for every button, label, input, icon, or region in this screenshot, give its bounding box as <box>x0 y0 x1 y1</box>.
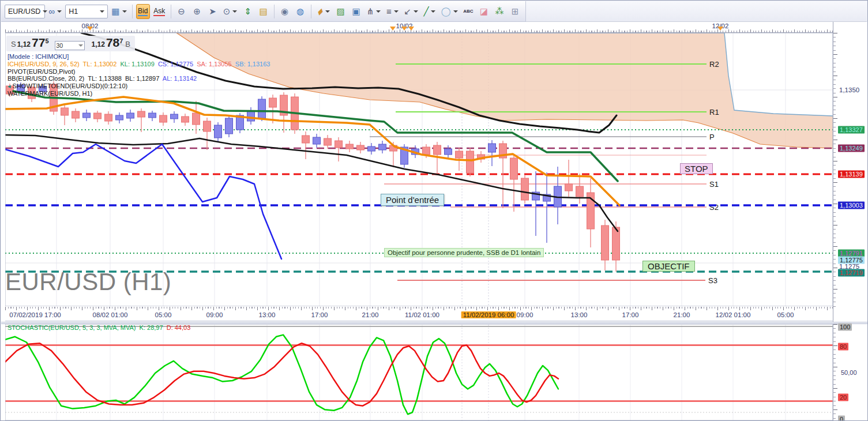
indicator-text: [Modele : ICHIMOKU] <box>7 53 69 60</box>
symbol-select[interactable]: EUR/USD <box>5 5 45 18</box>
ask-big-figures: 78 <box>106 37 119 48</box>
object-tree-button[interactable]: ⁂ <box>493 4 506 19</box>
chart-type-button-dropdown-arrow <box>122 10 127 15</box>
indicator-text: CS: 1,12775 <box>155 61 193 67</box>
zoom-out-button[interactable]: ⊖ <box>175 4 189 19</box>
watchlist-icon-button[interactable]: ∞ <box>47 4 63 19</box>
time-axis-label: 17:00 <box>311 311 328 318</box>
bid-ask-quote-box: S 1,12 77 5 30 1,12 78 7 B <box>6 36 135 51</box>
pitchfork-button-icon: ⋔ <box>367 6 374 17</box>
ruler-button[interactable]: ▰ <box>314 4 332 19</box>
pivot-label: S1 <box>709 180 719 189</box>
trendline-button-dropdown-arrow <box>431 10 435 15</box>
note-button[interactable]: ▤ <box>257 4 270 19</box>
timeframe-select-dropdown-arrow <box>100 10 104 15</box>
stochastic-chart[interactable] <box>5 324 833 421</box>
spread-value: 30 <box>57 42 63 49</box>
time-axis-label: 09:00 <box>517 311 533 318</box>
stop-annotation[interactable]: STOP <box>680 163 713 174</box>
top-date-axis[interactable]: 08/0210/0212/02 <box>5 22 833 33</box>
symbol-select-value: EUR/USD <box>8 7 40 16</box>
time-axis-label: 17:00 <box>622 311 639 318</box>
stochastic-d-line <box>5 343 558 406</box>
ellipse-button[interactable]: ◯ <box>439 4 460 19</box>
time-axis-label: 13:00 <box>571 311 588 318</box>
ask-button[interactable]: Ask <box>152 4 167 19</box>
fit-vertical-button[interactable]: ⇕ <box>241 4 255 19</box>
indicator-line: [Modele : ICHIMOKU] <box>7 53 270 61</box>
indicator-line: PIVOT(EUR/USD,Pivot) <box>7 68 270 76</box>
watchlist-icon-button-dropdown-arrow <box>57 10 62 15</box>
ask-button-icon: Ask <box>153 7 165 16</box>
bid-button[interactable]: Bid <box>136 4 150 19</box>
indicator-line: BB(EUR/USD.Close, 20, 2) TL: 1,13388 BL:… <box>7 75 270 82</box>
pointer-button[interactable]: ➤ <box>206 4 220 19</box>
stochastic-label-text: STOCHASTIC(EUR/USD, 5, 3, 3, MVA, MVA) <box>7 324 136 331</box>
objective-note-annotation[interactable]: Objectif pour personne prudente, SSB de … <box>384 248 544 257</box>
screenshot-button[interactable]: ▣ <box>350 4 363 19</box>
parallel-lines-button[interactable]: ≡ <box>385 4 400 19</box>
indicator-text: SA: 1,13055 <box>193 61 232 67</box>
price-badge: 1,12775 <box>838 257 865 264</box>
sell-label: S <box>11 40 16 48</box>
entry-point-annotation[interactable]: Point d'entrée <box>381 194 444 206</box>
zoom-out-button-icon: ⊖ <box>178 6 185 17</box>
text-label-button-icon: ABC <box>463 9 473 14</box>
ask-integer: 1,12 <box>92 40 105 48</box>
toolbar-separator <box>311 5 311 18</box>
toolbar-separator <box>132 5 133 18</box>
price-axis-ticks <box>833 33 837 307</box>
eraser-button[interactable]: ◪ <box>477 4 491 19</box>
time-axis-label: 12/02 01:00 <box>716 311 751 318</box>
price-badge: 1,13139 <box>838 171 865 178</box>
toolbar-separator <box>274 5 275 18</box>
fibonacci-button-dropdown-arrow <box>414 10 418 15</box>
timeframe-select-value: H1 <box>69 7 78 16</box>
chart-type-button-icon: ▦ <box>111 6 119 17</box>
indicator-line: WATERMARK(EUR/USD, H1) <box>7 90 270 97</box>
indicator-text: TL: 1,13002 <box>80 61 117 67</box>
trendline-button[interactable]: ╱ <box>422 4 438 19</box>
visibility-button[interactable]: ◉ <box>278 4 292 19</box>
indicator-text: BB(EUR/USD.Close, 20, 2) TL: 1,13388 BL:… <box>7 75 159 82</box>
bid-big-figures: 77 <box>32 37 45 48</box>
image-button[interactable]: ▨ <box>334 4 348 19</box>
bottom-time-axis[interactable]: 07/02/2019 17:0008/02 01:0005:0009:0013:… <box>5 307 833 321</box>
stochastic-axis-ticks <box>833 324 837 421</box>
indicator-text: SHOWTIMETOEND(EUR/USD)(0:12:10) <box>13 82 128 89</box>
ichimoku-cloud <box>176 33 833 148</box>
screenshot-button-icon: ▣ <box>352 6 360 17</box>
stochastic-label: STOCHASTIC(EUR/USD, 5, 3, 3, MVA, MVA) K… <box>7 324 190 331</box>
stochastic-grid <box>57 325 786 420</box>
fibonacci-button[interactable]: ↙ <box>402 4 420 19</box>
zoom-area-button-icon: ⊙ <box>223 6 231 17</box>
fit-vertical-button-icon: ⇕ <box>244 6 251 17</box>
indicator-text: WATERMARK(EUR/USD, H1) <box>7 90 92 97</box>
zoom-area-button[interactable]: ⊙ <box>221 4 239 19</box>
watchlist-icon-button-icon: ∞ <box>48 6 55 16</box>
main-price-axis[interactable]: 1,13501,12751,133271,132491,131391,13003… <box>833 33 868 307</box>
parallel-lines-button-icon: ≡ <box>386 6 392 16</box>
web-button[interactable]: ◍ <box>294 4 307 19</box>
indicator-text: ICH(EUR/USD, 9, 26, 52) <box>7 61 80 67</box>
time-axis-label: 05:00 <box>155 311 172 318</box>
objective-annotation[interactable]: OBJECTIF <box>642 261 695 272</box>
ruler-button-icon: ▰ <box>314 5 326 17</box>
spread-field[interactable]: 30 <box>55 41 85 50</box>
price-badge: 50,00 <box>839 369 859 377</box>
time-axis-label: 21:00 <box>362 311 379 318</box>
text-label-button[interactable]: ABC <box>461 4 475 19</box>
pointer-button-icon: ➤ <box>209 6 216 17</box>
zoom-in-button[interactable]: ⊕ <box>190 4 204 19</box>
time-axis-label: 07/02/2019 17:00 <box>9 311 61 318</box>
spread-dropdown-arrow <box>78 44 83 49</box>
more-tools-button[interactable]: ⊞ <box>508 4 522 19</box>
stochastic-axis[interactable]: 1008050,00200 <box>833 324 868 421</box>
chart-type-button[interactable]: ▦ <box>110 4 129 19</box>
toolbar-separator <box>171 5 171 18</box>
timeframe-select[interactable]: H1 <box>65 5 108 18</box>
ask-pipette: 7 <box>119 37 123 44</box>
symbol-watermark: EUR/USD (H1) <box>5 268 171 296</box>
pitchfork-button[interactable]: ⋔ <box>365 4 383 19</box>
price-axis-label: 1,1350 <box>839 87 859 93</box>
